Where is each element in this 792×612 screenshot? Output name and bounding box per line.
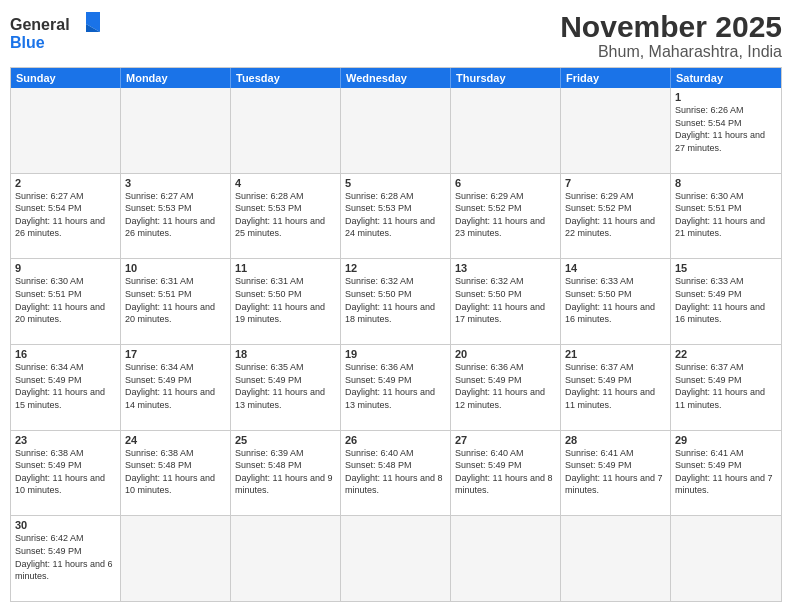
cell-info: Sunrise: 6:37 AM Sunset: 5:49 PM Dayligh… [675, 361, 777, 411]
day-cell-2-6: 15 Sunrise: 6:33 AM Sunset: 5:49 PM Dayl… [671, 259, 781, 344]
day-number: 10 [125, 262, 226, 274]
day-cell-3-6: 22 Sunrise: 6:37 AM Sunset: 5:49 PM Dayl… [671, 345, 781, 430]
cell-info: Sunrise: 6:31 AM Sunset: 5:51 PM Dayligh… [125, 275, 226, 325]
day-number: 16 [15, 348, 116, 360]
cell-info: Sunrise: 6:37 AM Sunset: 5:49 PM Dayligh… [565, 361, 666, 411]
logo-svg: General Blue [10, 10, 100, 54]
day-number: 1 [675, 91, 777, 103]
day-cell-0-5 [561, 88, 671, 173]
cell-info: Sunrise: 6:35 AM Sunset: 5:49 PM Dayligh… [235, 361, 336, 411]
day-cell-5-0: 30 Sunrise: 6:42 AM Sunset: 5:49 PM Dayl… [11, 516, 121, 601]
day-number: 21 [565, 348, 666, 360]
header-saturday: Saturday [671, 68, 781, 88]
day-number: 27 [455, 434, 556, 446]
day-cell-0-1 [121, 88, 231, 173]
cell-info: Sunrise: 6:26 AM Sunset: 5:54 PM Dayligh… [675, 104, 777, 154]
day-number: 17 [125, 348, 226, 360]
day-cell-4-2: 25 Sunrise: 6:39 AM Sunset: 5:48 PM Dayl… [231, 431, 341, 516]
cell-info: Sunrise: 6:28 AM Sunset: 5:53 PM Dayligh… [345, 190, 446, 240]
day-cell-1-2: 4 Sunrise: 6:28 AM Sunset: 5:53 PM Dayli… [231, 174, 341, 259]
header-monday: Monday [121, 68, 231, 88]
week-row-0: 1 Sunrise: 6:26 AM Sunset: 5:54 PM Dayli… [11, 88, 781, 174]
day-number: 19 [345, 348, 446, 360]
location-title: Bhum, Maharashtra, India [560, 43, 782, 61]
header: General Blue November 2025 Bhum, Maharas… [10, 10, 782, 61]
day-number: 3 [125, 177, 226, 189]
day-cell-4-3: 26 Sunrise: 6:40 AM Sunset: 5:48 PM Dayl… [341, 431, 451, 516]
cell-info: Sunrise: 6:28 AM Sunset: 5:53 PM Dayligh… [235, 190, 336, 240]
day-cell-3-0: 16 Sunrise: 6:34 AM Sunset: 5:49 PM Dayl… [11, 345, 121, 430]
cell-info: Sunrise: 6:40 AM Sunset: 5:49 PM Dayligh… [455, 447, 556, 497]
day-cell-4-6: 29 Sunrise: 6:41 AM Sunset: 5:49 PM Dayl… [671, 431, 781, 516]
cell-info: Sunrise: 6:38 AM Sunset: 5:49 PM Dayligh… [15, 447, 116, 497]
day-cell-1-3: 5 Sunrise: 6:28 AM Sunset: 5:53 PM Dayli… [341, 174, 451, 259]
day-cell-4-1: 24 Sunrise: 6:38 AM Sunset: 5:48 PM Dayl… [121, 431, 231, 516]
day-cell-0-4 [451, 88, 561, 173]
day-number: 4 [235, 177, 336, 189]
day-number: 12 [345, 262, 446, 274]
week-row-2: 9 Sunrise: 6:30 AM Sunset: 5:51 PM Dayli… [11, 259, 781, 345]
cell-info: Sunrise: 6:31 AM Sunset: 5:50 PM Dayligh… [235, 275, 336, 325]
week-row-4: 23 Sunrise: 6:38 AM Sunset: 5:49 PM Dayl… [11, 431, 781, 517]
day-cell-3-4: 20 Sunrise: 6:36 AM Sunset: 5:49 PM Dayl… [451, 345, 561, 430]
day-cell-0-3 [341, 88, 451, 173]
day-number: 25 [235, 434, 336, 446]
cell-info: Sunrise: 6:34 AM Sunset: 5:49 PM Dayligh… [15, 361, 116, 411]
cell-info: Sunrise: 6:27 AM Sunset: 5:53 PM Dayligh… [125, 190, 226, 240]
cell-info: Sunrise: 6:36 AM Sunset: 5:49 PM Dayligh… [455, 361, 556, 411]
cell-info: Sunrise: 6:29 AM Sunset: 5:52 PM Dayligh… [455, 190, 556, 240]
week-row-5: 30 Sunrise: 6:42 AM Sunset: 5:49 PM Dayl… [11, 516, 781, 601]
day-cell-1-1: 3 Sunrise: 6:27 AM Sunset: 5:53 PM Dayli… [121, 174, 231, 259]
cell-info: Sunrise: 6:29 AM Sunset: 5:52 PM Dayligh… [565, 190, 666, 240]
calendar-header: Sunday Monday Tuesday Wednesday Thursday… [11, 68, 781, 88]
cell-info: Sunrise: 6:42 AM Sunset: 5:49 PM Dayligh… [15, 532, 116, 582]
header-thursday: Thursday [451, 68, 561, 88]
cell-info: Sunrise: 6:40 AM Sunset: 5:48 PM Dayligh… [345, 447, 446, 497]
day-number: 15 [675, 262, 777, 274]
day-number: 6 [455, 177, 556, 189]
day-number: 20 [455, 348, 556, 360]
logo: General Blue [10, 10, 100, 54]
cell-info: Sunrise: 6:41 AM Sunset: 5:49 PM Dayligh… [675, 447, 777, 497]
cell-info: Sunrise: 6:33 AM Sunset: 5:49 PM Dayligh… [675, 275, 777, 325]
day-cell-4-4: 27 Sunrise: 6:40 AM Sunset: 5:49 PM Dayl… [451, 431, 561, 516]
cell-info: Sunrise: 6:32 AM Sunset: 5:50 PM Dayligh… [455, 275, 556, 325]
day-number: 30 [15, 519, 116, 531]
day-cell-0-0 [11, 88, 121, 173]
day-cell-2-1: 10 Sunrise: 6:31 AM Sunset: 5:51 PM Dayl… [121, 259, 231, 344]
day-cell-2-3: 12 Sunrise: 6:32 AM Sunset: 5:50 PM Dayl… [341, 259, 451, 344]
header-friday: Friday [561, 68, 671, 88]
page: General Blue November 2025 Bhum, Maharas… [0, 0, 792, 612]
day-cell-2-4: 13 Sunrise: 6:32 AM Sunset: 5:50 PM Dayl… [451, 259, 561, 344]
cell-info: Sunrise: 6:39 AM Sunset: 5:48 PM Dayligh… [235, 447, 336, 497]
cell-info: Sunrise: 6:38 AM Sunset: 5:48 PM Dayligh… [125, 447, 226, 497]
week-row-1: 2 Sunrise: 6:27 AM Sunset: 5:54 PM Dayli… [11, 174, 781, 260]
cell-info: Sunrise: 6:33 AM Sunset: 5:50 PM Dayligh… [565, 275, 666, 325]
header-sunday: Sunday [11, 68, 121, 88]
cell-info: Sunrise: 6:30 AM Sunset: 5:51 PM Dayligh… [675, 190, 777, 240]
day-cell-5-5 [561, 516, 671, 601]
day-number: 11 [235, 262, 336, 274]
day-number: 28 [565, 434, 666, 446]
week-row-3: 16 Sunrise: 6:34 AM Sunset: 5:49 PM Dayl… [11, 345, 781, 431]
day-cell-1-4: 6 Sunrise: 6:29 AM Sunset: 5:52 PM Dayli… [451, 174, 561, 259]
day-cell-3-3: 19 Sunrise: 6:36 AM Sunset: 5:49 PM Dayl… [341, 345, 451, 430]
day-cell-5-3 [341, 516, 451, 601]
day-cell-3-5: 21 Sunrise: 6:37 AM Sunset: 5:49 PM Dayl… [561, 345, 671, 430]
day-cell-3-2: 18 Sunrise: 6:35 AM Sunset: 5:49 PM Dayl… [231, 345, 341, 430]
day-cell-3-1: 17 Sunrise: 6:34 AM Sunset: 5:49 PM Dayl… [121, 345, 231, 430]
cell-info: Sunrise: 6:30 AM Sunset: 5:51 PM Dayligh… [15, 275, 116, 325]
day-number: 14 [565, 262, 666, 274]
day-number: 5 [345, 177, 446, 189]
day-number: 13 [455, 262, 556, 274]
cell-info: Sunrise: 6:27 AM Sunset: 5:54 PM Dayligh… [15, 190, 116, 240]
svg-text:General: General [10, 16, 70, 33]
svg-text:Blue: Blue [10, 34, 45, 51]
month-title: November 2025 [560, 10, 782, 43]
day-cell-2-0: 9 Sunrise: 6:30 AM Sunset: 5:51 PM Dayli… [11, 259, 121, 344]
day-cell-4-0: 23 Sunrise: 6:38 AM Sunset: 5:49 PM Dayl… [11, 431, 121, 516]
day-cell-5-4 [451, 516, 561, 601]
calendar-body: 1 Sunrise: 6:26 AM Sunset: 5:54 PM Dayli… [11, 88, 781, 601]
day-number: 24 [125, 434, 226, 446]
cell-info: Sunrise: 6:41 AM Sunset: 5:49 PM Dayligh… [565, 447, 666, 497]
